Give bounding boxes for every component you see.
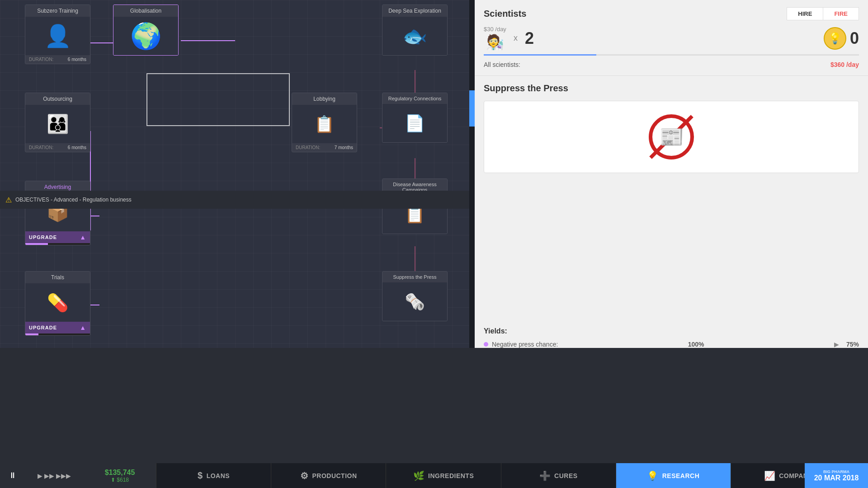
suppress-section: Suppress the Press 📰 xyxy=(475,76,868,327)
scientists-row: $30 /day 🧑‍🔬 x 2 💡 0 xyxy=(484,26,859,51)
hire-fire-buttons: HIRE FIRE xyxy=(787,7,859,20)
money-display: $135,745 ⬆ $618 xyxy=(84,463,156,488)
node-suppress-title: Suppress the Press xyxy=(382,272,447,282)
cures-label: CURES xyxy=(554,472,578,479)
node-regulatory[interactable]: Regulatory Connections 📄 xyxy=(382,93,448,143)
yields-section: Yields: Negative press chance: 100% ▶ 75… xyxy=(475,327,868,348)
yields-title: Yields: xyxy=(484,327,859,335)
yield-label: Negative press chance: xyxy=(492,341,558,348)
pause-icon: ⏸ xyxy=(9,471,17,480)
ingredients-icon: 🌿 xyxy=(413,470,425,481)
scroll-thumb xyxy=(469,90,475,127)
node-outsourcing-footer: DURATION: 6 months xyxy=(25,143,90,152)
right-panel: Scientists HIRE FIRE $30 /day 🧑‍🔬 x 2 💡 … xyxy=(475,0,868,348)
tab-cures[interactable]: ➕ CURES xyxy=(501,463,616,488)
tab-production[interactable]: ⚙ PRODUCTION xyxy=(271,463,386,488)
scientist-cost: $30 /day xyxy=(484,26,506,33)
ingredients-label: INGREDIENTS xyxy=(428,472,474,479)
research-label: RESEARCH xyxy=(662,472,700,479)
tab-research[interactable]: 💡 RESEARCH xyxy=(616,463,731,488)
speed-controls: ▶ ▶▶ ▶▶▶ xyxy=(25,463,84,488)
node-regulatory-title: Regulatory Connections xyxy=(382,93,447,104)
research-icon: 💡 xyxy=(647,470,659,481)
production-label: PRODUCTION xyxy=(312,472,357,479)
node-subzero-title: Subzero Training xyxy=(25,5,90,17)
warn-icon: ⚠ xyxy=(5,196,12,204)
cures-icon: ➕ xyxy=(539,470,551,481)
node-trials-upgrade[interactable]: UPGRADE ▲ xyxy=(25,322,90,333)
node-globalisation-img: 🌍 xyxy=(113,17,178,55)
bulb-container: 💡 0 xyxy=(824,27,859,50)
loans-icon: $ xyxy=(198,470,203,481)
yield-arrow: ▶ xyxy=(834,341,839,348)
node-globalisation-title: Globalisation xyxy=(113,5,178,17)
speed-3x[interactable]: ▶▶▶ xyxy=(56,472,71,479)
node-outsourcing[interactable]: Outsourcing 👨‍👩‍👦 DURATION: 6 months xyxy=(25,93,90,152)
yield-dot xyxy=(484,342,488,347)
scroll-indicator[interactable] xyxy=(469,0,475,348)
node-deep-sea-img: 🐟 xyxy=(382,17,447,55)
bulb-icon: 💡 xyxy=(824,27,846,50)
loans-label: LOANS xyxy=(207,472,230,479)
scientist-count: 2 xyxy=(525,29,534,48)
date-badge: BIG PHARMA 20 MAR 2018 xyxy=(805,463,868,488)
game-area: Subzero Training 👤 DURATION: 6 months Gl… xyxy=(0,0,475,348)
node-suppress[interactable]: Suppress the Press 🗞️ xyxy=(382,271,448,321)
newspaper-icon: 📰 xyxy=(659,125,684,149)
tab-loans[interactable]: $ LOANS xyxy=(156,463,271,488)
scientists-progress xyxy=(484,54,859,56)
node-advertising-upgrade[interactable]: UPGRADE ▲ xyxy=(25,231,90,243)
node-trials[interactable]: Trials 💊 UPGRADE ▲ xyxy=(25,271,90,336)
game-logo: BIG PHARMA xyxy=(823,469,849,474)
suppress-title: Suppress the Press xyxy=(484,83,859,94)
bulb-count: 0 xyxy=(850,29,859,48)
tab-ingredients[interactable]: 🌿 INGREDIENTS xyxy=(386,463,500,488)
money-main: $135,745 xyxy=(105,469,135,477)
node-deep-sea-title: Deep Sea Exploration xyxy=(382,5,447,17)
node-lobbying-title: Lobbying xyxy=(292,93,357,105)
yield-row: Negative press chance: 100% ▶ 75% xyxy=(484,341,859,348)
all-scientists-cost: $360 /day xyxy=(830,61,859,68)
node-outsourcing-title: Outsourcing xyxy=(25,93,90,105)
pause-button[interactable]: ⏸ xyxy=(0,463,25,488)
node-deep-sea[interactable]: Deep Sea Exploration 🐟 xyxy=(382,5,448,56)
svg-rect-2 xyxy=(147,74,289,126)
node-subzero-img: 👤 xyxy=(25,17,90,55)
node-lobbying[interactable]: Lobbying 📋 DURATION: 7 months xyxy=(292,93,357,152)
money-rate: ⬆ $618 xyxy=(111,477,129,483)
node-lobbying-img: 📋 xyxy=(292,105,357,143)
node-trials-title: Trials xyxy=(25,272,90,283)
date-text: 20 MAR 2018 xyxy=(814,474,859,482)
scientist-icon: 🧑‍🔬 xyxy=(486,33,504,51)
node-trials-img: 💊 xyxy=(25,283,90,322)
yield-to: 75% xyxy=(846,341,859,348)
node-subzero-footer: DURATION: 6 months xyxy=(25,55,90,64)
all-scientists-label: All scientists: xyxy=(484,61,520,68)
objectives-bar: ⚠ OBJECTIVES - Advanced - Regulation bus… xyxy=(0,191,475,209)
scientists-progress-fill xyxy=(484,54,596,56)
node-suppress-img: 🗞️ xyxy=(382,282,447,321)
node-outsourcing-img: 👨‍👩‍👦 xyxy=(25,105,90,143)
money-rate-icon: ⬆ xyxy=(111,477,115,483)
company-icon: 📈 xyxy=(764,470,776,481)
hire-button[interactable]: HIRE xyxy=(787,7,823,20)
fire-button[interactable]: FIRE xyxy=(823,7,859,20)
taskbar: ⏸ ▶ ▶▶ ▶▶▶ $135,745 ⬆ $618 $ LOANS ⚙ PRO… xyxy=(0,463,868,488)
objectives-text: OBJECTIVES - Advanced - Regulation busin… xyxy=(15,197,132,203)
node-lobbying-footer: DURATION: 7 months xyxy=(292,143,357,152)
no-press-symbol: 📰 xyxy=(649,114,694,160)
scientists-header: Scientists HIRE FIRE xyxy=(484,7,859,20)
yield-from: 100% xyxy=(688,341,704,348)
all-scientists-row: All scientists: $360 /day xyxy=(484,61,859,68)
multiply-symbol: x xyxy=(514,33,518,43)
speed-1x[interactable]: ▶ xyxy=(38,472,42,479)
suppress-image-box: 📰 xyxy=(484,101,859,173)
production-icon: ⚙ xyxy=(300,470,309,481)
node-subzero[interactable]: Subzero Training 👤 DURATION: 6 months xyxy=(25,5,90,64)
node-regulatory-img: 📄 xyxy=(382,104,447,142)
scientists-section: Scientists HIRE FIRE $30 /day 🧑‍🔬 x 2 💡 … xyxy=(475,0,868,76)
scientists-title: Scientists xyxy=(484,9,526,19)
speed-2x[interactable]: ▶▶ xyxy=(44,472,54,479)
node-globalisation[interactable]: Globalisation 🌍 xyxy=(113,5,179,56)
